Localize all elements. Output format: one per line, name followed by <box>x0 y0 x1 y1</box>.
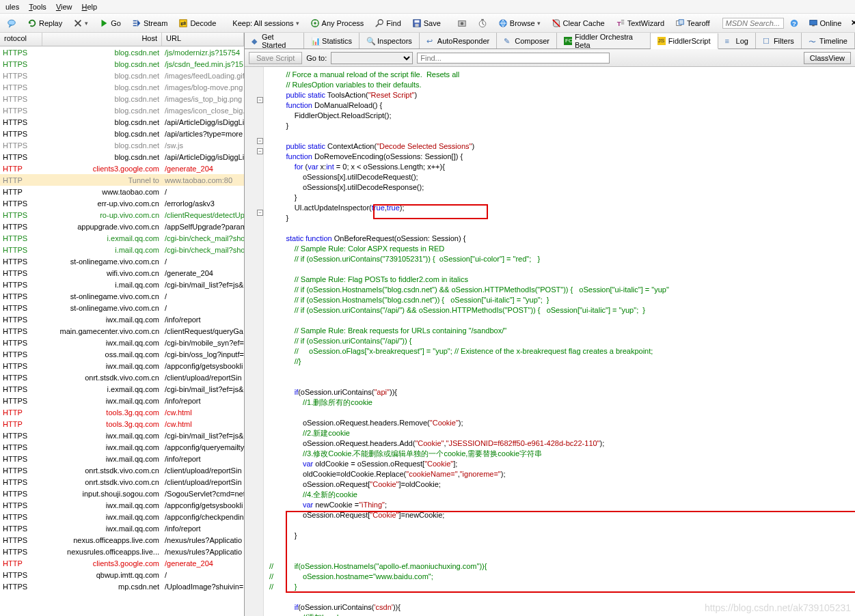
session-row[interactable]: HTTPSiwx.mail.qq.com/cgi-bin/mobile_syn?… <box>0 337 244 348</box>
session-row[interactable]: HTTPSiwx.mail.qq.com/cgi-bin/mail_list?e… <box>0 430 244 441</box>
session-row[interactable]: HTTPSonrt.stsdk.vivo.com.cn/client/uploa… <box>0 464 244 476</box>
session-row[interactable]: HTTPSi.exmail.qq.com/cgi-bin/check_mail?… <box>0 232 244 244</box>
tearoff-button[interactable]: Tearoff <box>671 16 714 30</box>
session-row[interactable]: HTTPSiwx.mail.qq.com/info/report <box>0 313 244 325</box>
any-process-button[interactable]: Any Process <box>306 16 368 30</box>
session-rows[interactable]: HTTPSblog.csdn.net/js/modernizr.js?15754… <box>0 46 244 616</box>
menu-help[interactable]: Help <box>82 3 98 11</box>
save-button[interactable]: Save <box>408 16 445 30</box>
tab-fiddler-orchestra-beta[interactable]: FOFiddler Orchestra Beta <box>557 33 651 48</box>
tab-fiddlerscript[interactable]: JSFiddlerScript <box>651 33 718 49</box>
session-row[interactable]: HTTPSblog.csdn.net/images/is_top_big.png <box>0 93 244 104</box>
tab-autoresponder[interactable]: ↩AutoResponder <box>420 33 497 48</box>
find-button[interactable]: Find <box>370 16 405 30</box>
help-button[interactable]: ? <box>785 16 803 30</box>
tab-filters[interactable]: ☐Filters <box>756 33 802 48</box>
tab-log[interactable]: ≡Log <box>718 33 756 48</box>
menubar: ules Tools View Help <box>0 0 855 14</box>
decode-button[interactable]: ⇄Decode <box>174 16 220 30</box>
goto-select[interactable] <box>331 52 413 64</box>
session-row[interactable]: HTTPSiwx.mail.qq.com/appconfig/getsysboo… <box>0 499 244 511</box>
session-row[interactable]: HTTPSappupgrade.vivo.com.cn/appSelfUpgra… <box>0 221 244 232</box>
session-row[interactable]: HTTPSiwx.mail.qq.com/info/report <box>0 522 244 534</box>
session-row[interactable]: HTTPSi.mail.qq.com/cgi-bin/check_mail?sh… <box>0 244 244 255</box>
session-row[interactable]: HTTPSblog.csdn.net/api/articles?type=mor… <box>0 128 244 139</box>
msdn-search-input[interactable] <box>722 18 784 29</box>
clear-cache-button[interactable]: Clear Cache <box>547 16 609 30</box>
go-button[interactable]: Go <box>95 16 125 30</box>
session-row[interactable]: HTTPtools.3g.qq.com/cw.html <box>0 418 244 430</box>
session-row[interactable]: HTTPclients3.google.com/generate_204 <box>0 557 244 569</box>
col-host[interactable]: Host <box>42 33 162 46</box>
session-row[interactable]: HTTPSmp.csdn.net/UploadImage?shuivin= <box>0 580 244 592</box>
session-row[interactable]: HTTPSnexus.officeapps.live.com/nexus/rul… <box>0 534 244 546</box>
save-script-button[interactable]: Save Script <box>249 52 302 64</box>
svg-text:⇄: ⇄ <box>180 19 186 27</box>
svg-rect-7 <box>414 20 419 23</box>
svg-rect-8 <box>415 23 418 26</box>
session-row[interactable]: HTTPSnexusrules.officeapps.live.../nexus… <box>0 546 244 557</box>
tab-statistics[interactable]: 📊Statistics <box>304 33 359 48</box>
inspector-tabs: ◆Get Started📊Statistics🔍Inspectors↩AutoR… <box>245 33 855 49</box>
replay-button[interactable]: Replay <box>23 16 66 30</box>
session-row[interactable]: HTTPSqbwup.imtt.qq.com/ <box>0 569 244 580</box>
menu-tools[interactable]: Tools <box>29 3 46 11</box>
session-row[interactable]: HTTPSonrt.stsdk.vivo.com.cn/client/uploa… <box>0 476 244 488</box>
classview-button[interactable]: ClassView <box>804 52 851 64</box>
session-row[interactable]: HTTPSblog.csdn.net/js/modernizr.js?15754 <box>0 46 244 58</box>
stream-button[interactable]: Stream <box>128 16 172 30</box>
session-row[interactable]: HTTPSro-up.vivo.com.cn/clientRequest/det… <box>0 209 244 221</box>
screenshot-button[interactable] <box>453 16 471 30</box>
session-row[interactable]: HTTPSst-onlinegame.vivo.com.cn/ <box>0 290 244 302</box>
session-row[interactable]: HTTPSmain.gamecenter.vivo.com.cn/clientR… <box>0 325 244 337</box>
col-url[interactable]: URL <box>162 33 244 46</box>
session-row[interactable]: HTTPSonrt.stsdk.vivo.com.cn/client/uploa… <box>0 372 244 383</box>
menu-rules[interactable]: ules <box>5 3 19 11</box>
session-row[interactable]: HTTPSerr-up.vivo.com.cn/errorlog/askv3 <box>0 197 244 209</box>
menu-view[interactable]: View <box>56 3 72 11</box>
session-row[interactable]: HTTPSi.exmail.qq.com/cgi-bin/mail_list?e… <box>0 383 244 395</box>
session-row[interactable]: HTTPSiwx.mail.qq.com/appconfig/checkpend… <box>0 511 244 522</box>
session-list: rotocol Host URL HTTPSblog.csdn.net/js/m… <box>0 33 245 616</box>
col-protocol[interactable]: rotocol <box>0 33 42 46</box>
session-row[interactable]: HTTPSblog.csdn.net/sw.js <box>0 139 244 151</box>
session-row[interactable]: HTTPSinput.shouji.sogou.com/SogouServlet… <box>0 488 244 499</box>
session-row[interactable]: HTTPSi.mail.qq.com/cgi-bin/mail_list?ef=… <box>0 279 244 290</box>
close-button[interactable]: ✕ <box>847 16 855 29</box>
tab-composer[interactable]: ✎Composer <box>497 33 557 48</box>
svg-text:T: T <box>616 19 621 27</box>
session-row[interactable]: HTTPSst-onlinegame.vivo.com.cn/ <box>0 255 244 267</box>
comment-button[interactable] <box>3 16 21 30</box>
session-list-header: rotocol Host URL <box>0 33 244 46</box>
session-row[interactable]: HTTPSiwx.mail.qq.com/appconfig/queryemai… <box>0 441 244 453</box>
session-row[interactable]: HTTPSwifi.vivo.com.cn/generate_204 <box>0 267 244 279</box>
timer-button[interactable] <box>474 16 491 30</box>
session-row[interactable]: HTTPSblog.csdn.net/js/csdn_feed.min.js?1… <box>0 58 244 70</box>
tab-get-started[interactable]: ◆Get Started <box>245 33 304 48</box>
svg-point-10 <box>461 22 463 25</box>
session-row[interactable]: HTTPSoss.mail.qq.com/cgi-bin/oss_log?inp… <box>0 348 244 360</box>
session-row[interactable]: HTTPSiwx.mail.qq.com/appconfig/getsysboo… <box>0 360 244 372</box>
browse-button[interactable]: Browse ▾ <box>494 16 545 30</box>
session-row[interactable]: HTTPtools.3g.qq.com/cw.html <box>0 406 244 418</box>
script-toolbar: Save Script Go to: ClassView <box>245 49 855 67</box>
session-row[interactable]: HTTPSblog.csdn.net/api/ArticleDigg/isDig… <box>0 116 244 128</box>
session-row[interactable]: HTTPSblog.csdn.net/api/ArticleDigg/isDig… <box>0 151 244 163</box>
session-row[interactable]: HTTPSiwx.mail.qq.com/info/report <box>0 395 244 406</box>
keep-sessions-dropdown[interactable]: Keep: All sessions ▾ <box>228 17 303 29</box>
remove-button[interactable]: ▾ <box>69 16 92 30</box>
code-editor[interactable]: − − − − // Force a manual reload of the … <box>245 67 855 616</box>
session-row[interactable]: HTTPSst-onlinegame.vivo.com.cn/ <box>0 302 244 313</box>
session-row[interactable]: HTTPSblog.csdn.net/images/blog-move.png <box>0 81 244 93</box>
session-row[interactable]: HTTPSiwx.mail.qq.com/info/report <box>0 453 244 464</box>
session-row[interactable]: HTTPwww.taobao.com/ <box>0 186 244 197</box>
session-row[interactable]: HTTPSblog.csdn.net/images/icon_close_big… <box>0 104 244 116</box>
textwizard-button[interactable]: TTextWizard <box>612 16 668 30</box>
tab-inspectors[interactable]: 🔍Inspectors <box>359 33 420 48</box>
session-row[interactable]: HTTPSblog.csdn.net/images/feedLoading.gi… <box>0 70 244 81</box>
session-row[interactable]: HTTPclients3.google.com/generate_204 <box>0 163 244 174</box>
online-button[interactable]: Online <box>804 16 846 30</box>
find-input[interactable] <box>417 53 610 64</box>
session-row[interactable]: HTTPTunnel towww.taobao.com:80 <box>0 174 244 186</box>
tab-timeline[interactable]: 〜Timeline <box>802 33 855 48</box>
